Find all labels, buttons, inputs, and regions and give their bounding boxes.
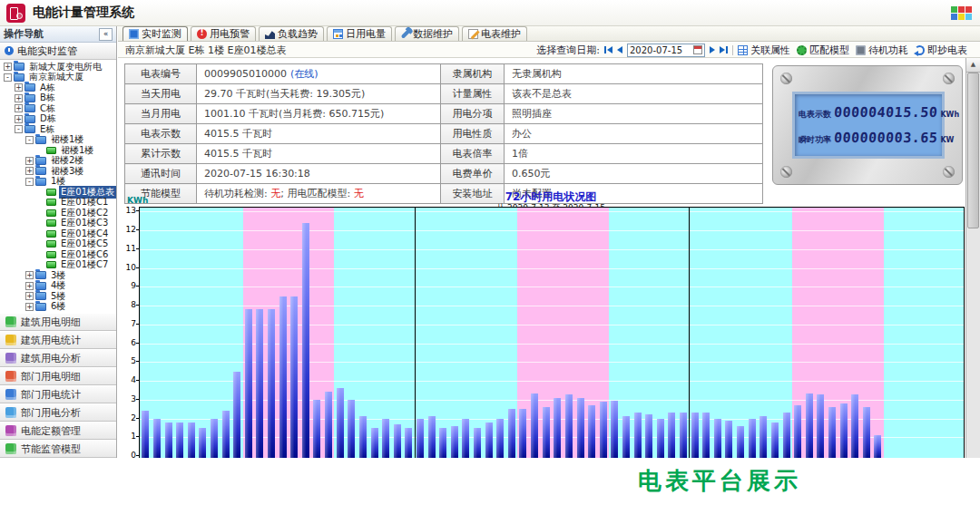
calendar-icon[interactable]	[693, 45, 702, 54]
y-tick-label: 2	[125, 413, 136, 422]
bar	[760, 416, 767, 458]
grid-square	[958, 6, 965, 13]
lcd-power-value: 000000003.65	[833, 130, 938, 146]
collapse-icon[interactable]: -	[25, 178, 34, 186]
trend-icon	[265, 29, 275, 39]
today-usage-cell: 29.70 千瓦时(当天耗费: 19.305元)	[197, 84, 441, 104]
bar	[313, 400, 320, 458]
folder-icon	[35, 167, 46, 175]
vertical-scrollbar[interactable]: ▲	[965, 58, 980, 458]
expand-icon[interactable]: +	[25, 303, 34, 311]
tree-item[interactable]: +C栋	[3, 103, 116, 114]
expand-icon[interactable]: +	[15, 94, 23, 102]
date-value: 2020-07-15	[630, 45, 682, 55]
y-tick-mark	[136, 418, 139, 419]
tree-item[interactable]: +A栋	[3, 83, 116, 93]
bar	[771, 422, 779, 458]
tab-calendar[interactable]: 日用电量	[327, 26, 392, 41]
collapse-icon[interactable]: -	[15, 125, 23, 133]
collapse-icon[interactable]: -	[4, 73, 12, 82]
grid-square	[951, 14, 957, 20]
sidebar-accordion-item[interactable]: 建筑用电明细	[0, 313, 116, 331]
gear-icon	[797, 45, 807, 55]
sidebar-accordion-item[interactable]: 电能定额管理	[0, 422, 116, 440]
first-day-button[interactable]	[604, 46, 612, 53]
bar	[279, 296, 287, 458]
query-button-standby[interactable]: 待机功耗	[856, 44, 908, 57]
last-day-button[interactable]	[720, 46, 728, 53]
expand-icon[interactable]: +	[15, 83, 23, 92]
bar	[702, 413, 710, 458]
sidebar-accordion-item[interactable]: 建筑用电分析	[0, 349, 116, 367]
tree-item[interactable]: +6楼	[3, 302, 116, 313]
next-day-button[interactable]	[710, 46, 715, 53]
bar	[245, 309, 252, 458]
sidebar-collapse-button[interactable]: «	[99, 28, 113, 41]
chart-icon	[5, 316, 16, 327]
expand-icon[interactable]: +	[25, 167, 34, 175]
query-button-table[interactable]: 关联属性	[738, 44, 790, 57]
y-tick-label: 9	[125, 281, 136, 290]
expand-icon[interactable]: +	[15, 104, 23, 112]
expand-icon[interactable]: +	[15, 115, 23, 123]
bar	[577, 398, 584, 458]
tab-warning[interactable]: 用电预警	[191, 26, 256, 41]
meter-icon	[46, 261, 56, 268]
gridline	[140, 230, 964, 231]
sidebar-accordion-item[interactable]: 节能监管模型	[0, 440, 116, 458]
scrollbar-up-arrow-icon[interactable]: ▲	[966, 58, 980, 73]
bar	[485, 422, 493, 458]
breadcrumb-bar: 南京新城大厦 E栋 1楼 E座01楼总表 选择查询日期: 2020-07-15 …	[118, 43, 980, 58]
tree-item[interactable]: +B栋	[3, 93, 116, 104]
sidebar-accordion-item[interactable]: 建筑用电统计	[0, 331, 116, 349]
table-icon	[738, 45, 748, 55]
expand-icon[interactable]: +	[25, 292, 34, 300]
tab-edit[interactable]: 电表维护	[462, 26, 527, 41]
date-input[interactable]: 2020-07-15	[627, 44, 705, 57]
prev-day-button[interactable]	[617, 46, 622, 53]
tab-monitor[interactable]: 实时监测	[122, 26, 188, 41]
tree-item[interactable]: -南京新城大厦	[3, 73, 116, 83]
bar	[851, 394, 858, 458]
refresh-icon	[915, 45, 925, 55]
y-tick-mark	[136, 455, 139, 456]
y-tick-label: 0	[125, 451, 136, 458]
window-grid-icon[interactable]	[951, 6, 972, 20]
expand-icon[interactable]: +	[25, 282, 34, 290]
query-buttons: 关联属性匹配模型待机功耗即抄电表	[738, 44, 967, 57]
bar	[874, 435, 881, 458]
expand-icon[interactable]: +	[25, 157, 34, 165]
folder-icon	[35, 136, 46, 144]
tab-trend[interactable]: 负载趋势	[259, 26, 324, 41]
meter-icon	[46, 147, 56, 154]
bar	[543, 407, 550, 458]
expand-icon[interactable]: +	[25, 271, 34, 279]
item-cell: 照明插座	[505, 104, 763, 124]
collapse-icon[interactable]: -	[25, 136, 34, 144]
sidebar-accordion-item[interactable]: 部门用电明细	[0, 367, 116, 385]
query-button-refresh[interactable]: 即抄电表	[915, 44, 967, 57]
folder-icon	[35, 157, 46, 165]
lcd-row-power: 瞬时功率 000000003.65 KW	[799, 130, 938, 146]
chart-icon	[5, 389, 16, 400]
lcd-screen: 电表示数 000004015.50 KWh 瞬时功率 000000003.65 …	[792, 92, 945, 159]
bar	[611, 401, 618, 458]
bar	[371, 428, 378, 458]
query-button-gear[interactable]: 匹配模型	[797, 44, 849, 57]
expand-icon[interactable]: +	[4, 63, 12, 71]
tab-wrench[interactable]: 数据维护	[395, 26, 459, 41]
folder-icon	[14, 63, 24, 71]
sidebar-accordion-item[interactable]: 部门用电分析	[0, 403, 116, 422]
bar	[348, 400, 355, 458]
scrollbar-thumb[interactable]	[967, 73, 979, 228]
bar	[233, 372, 240, 458]
bar	[474, 428, 481, 458]
sidebar-accordion-item[interactable]: 部门用电统计	[0, 385, 116, 403]
sidebar-item-realtime-monitor[interactable]: 电能实时监管	[0, 43, 116, 60]
bar	[531, 393, 538, 459]
bar	[176, 422, 183, 458]
tree-item[interactable]: +D栋	[3, 114, 116, 125]
folder-icon	[24, 125, 35, 133]
meter-tree: +新城大厦变电所电-南京新城大厦+A栋+B栋+C栋+D栋-E栋-裙楼1楼裙楼1楼…	[0, 60, 116, 313]
query-button-label: 关联属性	[750, 44, 790, 57]
